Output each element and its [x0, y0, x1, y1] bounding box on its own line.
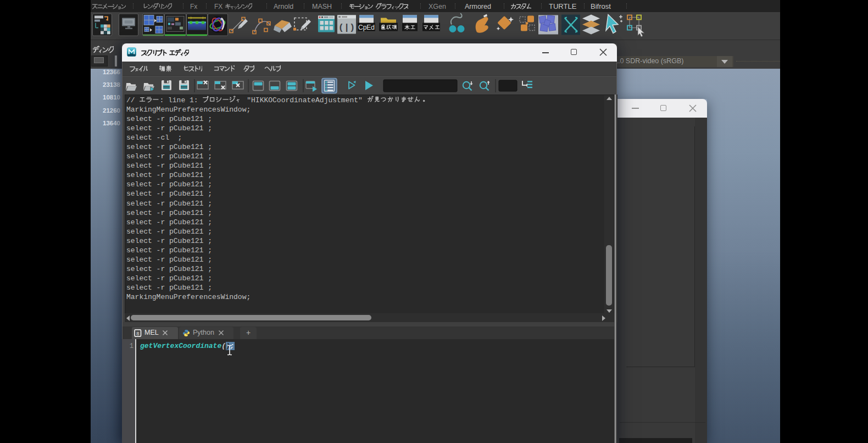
svg-text:(|): (|)	[338, 23, 355, 33]
svg-text:CpEd: CpEd	[358, 24, 375, 31]
svg-text:8: 8	[136, 331, 139, 336]
